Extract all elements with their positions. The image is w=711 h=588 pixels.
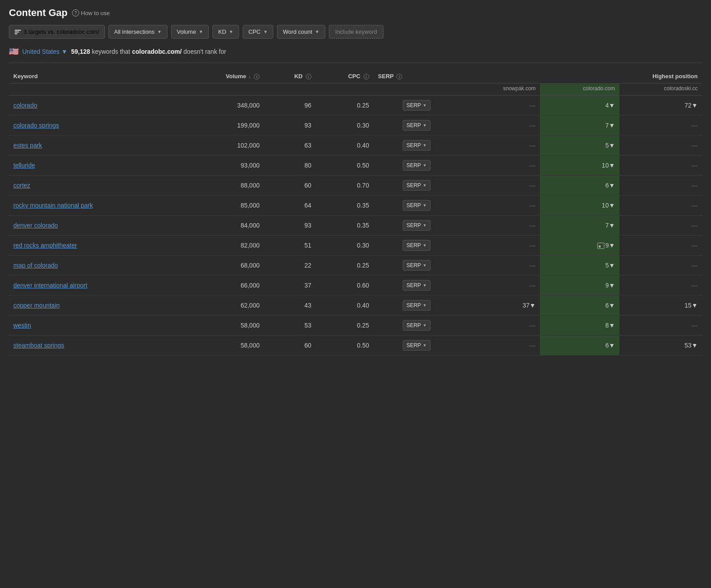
table-row: denver international airport66,000370.60… [9,276,702,296]
keyword-link[interactable]: red rocks amphitheater [13,242,77,249]
info-icon[interactable]: i [306,74,312,80]
keyword-link[interactable]: steamboat springs [13,342,64,349]
position-value: 7 [605,222,609,229]
keyword-link[interactable]: colorado [13,102,37,109]
keyword-link[interactable]: copper mountain [13,302,60,309]
kd-button[interactable]: KD ▼ [212,25,239,39]
serp-cell[interactable]: SERP ▼ [374,136,460,156]
target-domain: coloradobc.com/ [132,48,182,55]
how-to-use-link[interactable]: ? How to use [72,9,110,16]
cpc-button[interactable]: CPC ▼ [243,25,273,39]
volume-button[interactable]: Volume ▼ [171,25,209,39]
chevron-down-icon: ▼ [423,103,427,108]
no-position: — [529,102,535,109]
keyword-link[interactable]: telluride [13,162,35,169]
cpc-cell: 0.40 [316,296,374,316]
chevron-down-icon: ▼ [423,183,427,188]
serp-cell[interactable]: SERP ▼ [374,236,460,256]
info-icon[interactable]: i [363,74,369,80]
site3-position-cell: — [619,316,702,336]
keyword-link[interactable]: cortez [13,182,30,189]
keyword-cell[interactable]: red rocks amphitheater [9,236,181,256]
serp-cell[interactable]: SERP ▼ [374,156,460,176]
site3-position-cell: — [619,276,702,296]
serp-cell[interactable]: SERP ▼ [374,116,460,136]
site2-position-cell: 6▼ [540,336,619,356]
chevron-down-icon: ▼ [423,143,427,148]
site3-position-cell: — [619,156,702,176]
no-position: — [529,282,535,289]
serp-cell[interactable]: SERP ▼ [374,336,460,356]
no-position: — [529,162,535,169]
serp-button[interactable]: SERP ▼ [403,220,431,231]
keyword-link[interactable]: rocky mountain national park [13,202,93,209]
serp-button[interactable]: SERP ▼ [403,180,431,191]
position-arrow: ▼ [609,302,615,309]
include-keyword-button[interactable]: Include keyword [329,25,384,39]
keyword-cell[interactable]: westin [9,316,181,336]
serp-button[interactable]: SERP ▼ [403,340,431,351]
volume-cell: 93,000 [181,156,264,176]
serp-button[interactable]: SERP ▼ [403,280,431,291]
keyword-cell[interactable]: denver colorado [9,216,181,236]
serp-button[interactable]: SERP ▼ [403,300,431,311]
site3-position-cell: — [619,196,702,216]
serp-button[interactable]: SERP ▼ [403,240,431,251]
serp-cell[interactable]: SERP ▼ [374,276,460,296]
serp-cell[interactable]: SERP ▼ [374,196,460,216]
table-row: estes park102,000630.40SERP ▼—5▼— [9,136,702,156]
serp-cell[interactable]: SERP ▼ [374,216,460,236]
position-value: 53 [685,342,692,349]
chevron-down-icon: ▼ [423,123,427,128]
keyword-link[interactable]: map of colorado [13,262,58,269]
site2-position-cell: 6▼ [540,176,619,196]
serp-button[interactable]: SERP ▼ [403,100,431,111]
chevron-down-icon: ▼ [315,29,320,34]
keyword-link[interactable]: denver colorado [13,222,58,229]
info-icon[interactable]: i [396,74,402,80]
site3-position-cell: — [619,256,702,276]
keyword-cell[interactable]: telluride [9,156,181,176]
keyword-link[interactable]: denver international airport [13,282,88,289]
serp-cell[interactable]: SERP ▼ [374,96,460,116]
site3-position-cell: 15▼ [619,296,702,316]
position-arrow: ▼ [609,282,615,289]
serp-cell[interactable]: SERP ▼ [374,176,460,196]
serp-cell[interactable]: SERP ▼ [374,256,460,276]
info-icon[interactable]: i [254,74,260,80]
keyword-cell[interactable]: cortez [9,176,181,196]
serp-button[interactable]: SERP ▼ [403,200,431,211]
keyword-link[interactable]: westin [13,322,31,329]
keyword-link[interactable]: colorado springs [13,122,59,129]
word-count-button[interactable]: Word count ▼ [277,25,325,39]
serp-button[interactable]: SERP ▼ [403,140,431,151]
keyword-cell[interactable]: steamboat springs [9,336,181,356]
site1-position-cell: — [459,196,540,216]
serp-button[interactable]: SERP ▼ [403,160,431,171]
serp-cell[interactable]: SERP ▼ [374,296,460,316]
country-selector[interactable]: United States ▼ [22,48,68,55]
keyword-cell[interactable]: rocky mountain national park [9,196,181,216]
position-arrow: ▼ [609,202,615,209]
serp-button[interactable]: SERP ▼ [403,120,431,131]
keyword-cell[interactable]: colorado [9,96,181,116]
keyword-cell[interactable]: colorado springs [9,116,181,136]
keyword-link[interactable]: estes park [13,142,42,149]
kd-cell: 60 [264,176,316,196]
targets-button[interactable]: 3 targets vs. coloradobc.com/ [9,25,105,39]
keyword-cell[interactable]: map of colorado [9,256,181,276]
position-arrow: ▼ [609,322,615,329]
serp-cell[interactable]: SERP ▼ [374,316,460,336]
kd-cell: 60 [264,336,316,356]
position-value: 10 [602,162,609,169]
serp-button[interactable]: SERP ▼ [403,320,431,331]
chevron-down-icon: ▼ [423,203,427,208]
keyword-cell[interactable]: copper mountain [9,296,181,316]
header-volume[interactable]: Volume ↓ i [181,69,264,84]
keyword-cell[interactable]: estes park [9,136,181,156]
position-arrow: ▼ [530,302,536,309]
intersections-button[interactable]: All intersections ▼ [108,25,168,39]
keyword-cell[interactable]: denver international airport [9,276,181,296]
serp-button[interactable]: SERP ▼ [403,260,431,271]
site1-position-cell: — [459,276,540,296]
